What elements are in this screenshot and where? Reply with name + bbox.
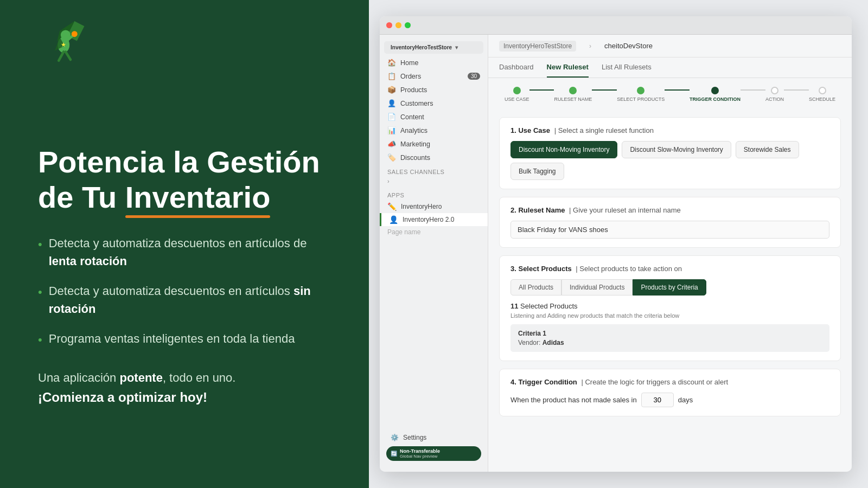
section-title: 3. Select Products | Select products to … <box>510 265 829 273</box>
sidebar-item-label: Page name <box>387 228 420 236</box>
step-label: TRIGGER CONDITION <box>690 97 741 102</box>
sidebar-item-analytics[interactable]: 📊 Analytics <box>380 124 488 137</box>
trigger-row: When the product has not made sales in d… <box>510 393 829 407</box>
step-dot <box>513 87 521 94</box>
step-connector <box>665 89 690 91</box>
criteria-detail: Vendor: Adidas <box>518 339 822 346</box>
sidebar-item-label: Discounts <box>400 154 430 162</box>
orders-badge: 30 <box>468 73 480 80</box>
step-label: USE CASE <box>505 97 529 102</box>
settings-label: Settings <box>403 434 426 441</box>
svg-line-7 <box>66 52 71 60</box>
minimize-dot <box>395 22 401 28</box>
step-dot <box>711 87 719 94</box>
use-case-buttons: Discount Non-Moving Inventory Discount S… <box>510 141 829 180</box>
sidebar: InventoryHeroTestStore ▾ 🏠 Home 📋 Orders… <box>380 35 488 472</box>
btn-discount-non-moving[interactable]: Discount Non-Moving Inventory <box>510 141 617 158</box>
list-item: • Detecta y automatiza descuentos en art… <box>38 282 331 318</box>
brand-logo: ★ <box>27 16 92 70</box>
app-icon: 👤 <box>389 215 398 224</box>
feature-list: • Detecta y automatiza descuentos en art… <box>38 234 331 349</box>
criteria-box: Criteria 1 Vendor: Adidas <box>510 324 829 352</box>
section-subtitle: | Create the logic for triggers a discou… <box>581 378 728 386</box>
step-trigger-condition: TRIGGER CONDITION <box>690 87 741 102</box>
sidebar-item-pagename[interactable]: Page name <box>380 226 488 238</box>
bullet-icon: • <box>38 331 42 349</box>
window-body: InventoryHeroTestStore ▾ 🏠 Home 📋 Orders… <box>380 35 852 472</box>
section-subtitle: | Give your ruleset an internal name <box>569 206 681 214</box>
non-transferable-label: Non-Transferable <box>400 448 440 454</box>
sidebar-item-discounts[interactable]: 🏷️ Discounts <box>380 151 488 164</box>
global-nav-label: Global Nav preview <box>400 454 440 459</box>
trigger-text-after: days <box>678 396 693 404</box>
step-action: ACTION <box>765 87 784 102</box>
sales-channels-expand[interactable]: › <box>380 177 488 185</box>
ruleset-name-section: 2. Ruleset Name | Give your ruleset an i… <box>499 197 841 248</box>
window-topbar <box>380 16 852 35</box>
step-schedule: SCHEDULE <box>809 87 835 102</box>
tab-all-products[interactable]: All Products <box>510 279 561 296</box>
close-dot <box>386 22 392 28</box>
sidebar-item-label: Orders <box>400 73 421 80</box>
cta-text: Una aplicación potente, todo en uno. ¡Co… <box>38 368 331 408</box>
sidebar-item-inventoryhero2[interactable]: 👤 InventoryHero 2.0 <box>380 213 488 226</box>
maximize-dot <box>405 22 411 28</box>
step-connector <box>784 89 809 91</box>
use-case-section: 1. Use Case | Select a single ruleset fu… <box>499 117 841 189</box>
list-item: • Detecta y automatiza descuentos en art… <box>38 234 331 270</box>
breadcrumb-separator: › <box>589 42 591 50</box>
svg-point-5 <box>72 31 78 37</box>
tab-individual-products[interactable]: Individual Products <box>561 279 633 296</box>
right-panel: InventoryHeroTestStore ▾ 🏠 Home 📋 Orders… <box>369 0 868 488</box>
non-transferable-badge[interactable]: 🔄 Non-Transferable Global Nav preview <box>386 446 481 461</box>
sidebar-item-marketing[interactable]: 📣 Marketing <box>380 137 488 151</box>
form-area: 1. Use Case | Select a single ruleset fu… <box>488 108 852 433</box>
settings-item[interactable]: ⚙️ Settings <box>384 431 483 444</box>
step-use-case: USE CASE <box>505 87 529 102</box>
breadcrumb-app: cheitoDevStore <box>604 42 653 50</box>
step-connector <box>592 89 617 91</box>
trigger-days-input[interactable] <box>641 393 674 407</box>
section-subtitle: | Select a single ruleset function <box>554 126 654 134</box>
step-dot <box>569 87 577 94</box>
sidebar-item-inventoryhero[interactable]: ✏️ InventoryHero <box>380 200 488 213</box>
sidebar-item-label: Products <box>400 86 427 94</box>
store-selector[interactable]: InventoryHeroTestStore ▾ <box>384 41 483 54</box>
app-icon: ✏️ <box>387 202 397 211</box>
tab-dashboard[interactable]: Dashboard <box>499 57 534 78</box>
tab-new-ruleset[interactable]: New Ruleset <box>547 57 589 78</box>
left-panel: ★ Potencia la Gestión de Tu Inventario •… <box>0 0 369 488</box>
step-dot <box>771 87 778 94</box>
step-dot <box>637 87 644 94</box>
shopify-window: InventoryHeroTestStore ▾ 🏠 Home 📋 Orders… <box>380 16 852 472</box>
marketing-icon: 📣 <box>387 140 396 148</box>
btn-storewide-sales[interactable]: Storewide Sales <box>736 141 799 158</box>
sidebar-item-label: Content <box>400 113 424 121</box>
criteria-title: Criteria 1 <box>518 330 822 337</box>
progress-steps: USE CASE RULESET NAME SELECT PRODUCTS <box>488 78 852 108</box>
ruleset-name-input[interactable] <box>510 221 829 239</box>
sidebar-item-label: Analytics <box>400 127 427 134</box>
customers-icon: 👤 <box>387 99 396 107</box>
logo-area: ★ <box>27 16 92 73</box>
step-ruleset-name: RULESET NAME <box>554 87 592 102</box>
sidebar-item-customers[interactable]: 👤 Customers <box>380 97 488 110</box>
sidebar-item-home[interactable]: 🏠 Home <box>380 56 488 69</box>
sidebar-item-label: Marketing <box>400 140 430 148</box>
tab-list-rulesets[interactable]: List All Rulesets <box>602 57 652 78</box>
products-icon: 📦 <box>387 86 396 94</box>
sidebar-item-label: InventoryHero <box>401 203 442 210</box>
section-subtitle: | Select products to take action on <box>576 265 682 273</box>
btn-bulk-tagging[interactable]: Bulk Tagging <box>510 163 564 180</box>
select-products-section: 3. Select Products | Select products to … <box>499 255 841 361</box>
analytics-icon: 📊 <box>387 126 396 134</box>
sidebar-item-content[interactable]: 📄 Content <box>380 110 488 124</box>
btn-discount-slow-moving[interactable]: Discount Slow-Moving Inventory <box>622 141 731 158</box>
step-connector <box>529 89 554 91</box>
step-label: ACTION <box>765 97 784 102</box>
store-name: InventoryHeroTestStore <box>391 44 452 50</box>
svg-line-6 <box>59 52 63 60</box>
tab-products-by-criteria[interactable]: Products by Criteria <box>633 279 706 296</box>
sidebar-item-products[interactable]: 📦 Products <box>380 83 488 97</box>
sidebar-item-orders[interactable]: 📋 Orders 30 <box>380 69 488 83</box>
